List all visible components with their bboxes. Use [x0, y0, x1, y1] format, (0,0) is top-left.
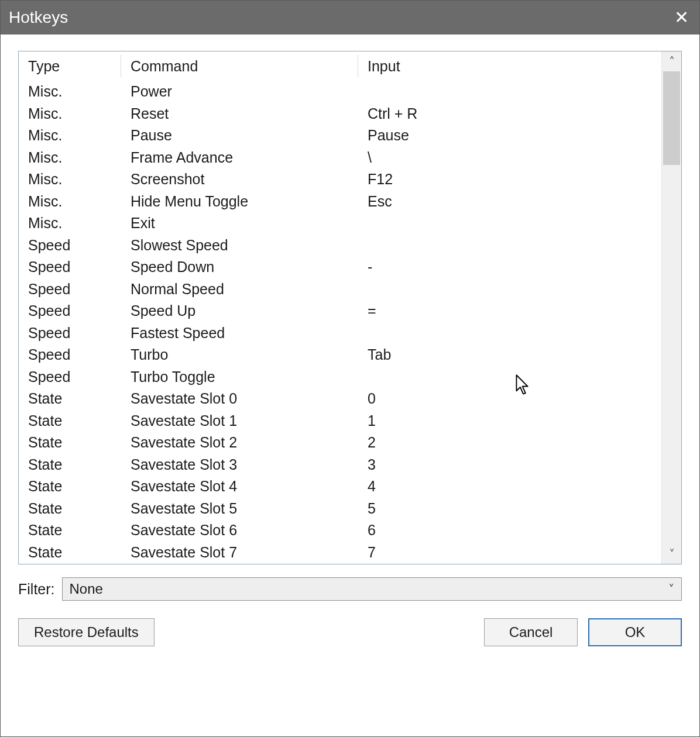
- cell-command: Frame Advance: [121, 149, 358, 166]
- cell-type: State: [19, 478, 121, 495]
- table-row[interactable]: StateSavestate Slot 00: [19, 388, 661, 410]
- col-header-command[interactable]: Command: [121, 51, 358, 81]
- table-row[interactable]: SpeedNormal Speed: [19, 278, 661, 301]
- hotkey-list: Type Command Input Misc.PowerMisc.ResetC…: [18, 51, 682, 564]
- cell-command: Speed Up: [121, 302, 358, 319]
- ok-button[interactable]: OK: [588, 618, 682, 646]
- cell-command: Power: [121, 83, 358, 100]
- cell-type: Speed: [19, 302, 121, 319]
- cell-type: State: [19, 390, 121, 407]
- table-row[interactable]: SpeedTurbo Toggle: [19, 366, 661, 388]
- cell-type: State: [19, 500, 121, 517]
- close-icon[interactable]: ✕: [674, 9, 689, 26]
- cell-type: Speed: [19, 281, 121, 298]
- cell-command: Savestate Slot 2: [121, 434, 358, 451]
- table-row[interactable]: Misc.Power: [19, 81, 661, 103]
- table-row[interactable]: StateSavestate Slot 77: [19, 542, 661, 564]
- cell-input: Pause: [358, 127, 661, 144]
- cell-input: 1: [358, 412, 661, 429]
- restore-defaults-button[interactable]: Restore Defaults: [18, 618, 155, 646]
- filter-label: Filter:: [18, 581, 55, 598]
- cell-command: Pause: [121, 127, 358, 144]
- cell-command: Turbo: [121, 346, 358, 363]
- scroll-down-arrow-icon[interactable]: ˅: [662, 544, 681, 564]
- cell-type: State: [19, 456, 121, 473]
- cell-command: Screenshot: [121, 171, 358, 188]
- window-title: Hotkeys: [9, 8, 68, 27]
- scroll-up-arrow-icon[interactable]: ˄: [662, 51, 681, 71]
- client-area: Type Command Input Misc.PowerMisc.ResetC…: [1, 35, 699, 736]
- cell-type: Misc.: [19, 127, 121, 144]
- filter-value: None: [70, 581, 103, 597]
- table-row[interactable]: Misc.PausePause: [19, 125, 661, 147]
- table-row[interactable]: Misc.Frame Advance\: [19, 147, 661, 169]
- cell-type: Speed: [19, 325, 121, 342]
- cell-command: Savestate Slot 6: [121, 522, 358, 539]
- cell-input: 3: [358, 456, 661, 473]
- cell-input: 7: [358, 544, 661, 561]
- table-row[interactable]: StateSavestate Slot 11: [19, 410, 661, 432]
- cell-input: 2: [358, 434, 661, 451]
- cell-command: Turbo Toggle: [121, 368, 358, 385]
- cell-type: Speed: [19, 259, 121, 275]
- table-row[interactable]: Misc.ResetCtrl + R: [19, 103, 661, 125]
- cell-command: Reset: [121, 105, 358, 122]
- list-content: Type Command Input Misc.PowerMisc.ResetC…: [19, 51, 661, 564]
- table-row[interactable]: StateSavestate Slot 55: [19, 498, 661, 520]
- cell-command: Savestate Slot 7: [121, 544, 358, 561]
- cell-command: Savestate Slot 0: [121, 390, 358, 407]
- table-row[interactable]: SpeedSpeed Up=: [19, 300, 661, 322]
- cell-type: Misc.: [19, 105, 121, 122]
- cell-input: \: [358, 149, 661, 166]
- cell-command: Speed Down: [121, 259, 358, 275]
- cell-command: Slowest Speed: [121, 237, 358, 254]
- table-row[interactable]: StateSavestate Slot 22: [19, 432, 661, 454]
- cell-type: Speed: [19, 368, 121, 385]
- cell-input: 5: [358, 500, 661, 517]
- button-row: Restore Defaults Cancel OK: [18, 618, 682, 646]
- cell-type: State: [19, 434, 121, 451]
- chevron-down-icon: ˅: [668, 582, 674, 596]
- cancel-button[interactable]: Cancel: [484, 618, 578, 646]
- table-row[interactable]: SpeedTurboTab: [19, 344, 661, 366]
- cell-type: Misc.: [19, 149, 121, 166]
- table-row[interactable]: Misc.Hide Menu ToggleEsc: [19, 191, 661, 213]
- filter-select[interactable]: None ˅: [62, 577, 682, 601]
- cell-type: State: [19, 544, 121, 561]
- filter-row: Filter: None ˅: [18, 577, 682, 601]
- scroll-track[interactable]: [662, 71, 681, 544]
- scroll-thumb[interactable]: [663, 71, 680, 165]
- table-row[interactable]: StateSavestate Slot 44: [19, 476, 661, 498]
- cell-type: Misc.: [19, 215, 121, 232]
- col-header-type[interactable]: Type: [19, 51, 121, 81]
- col-header-input[interactable]: Input: [358, 51, 661, 81]
- cell-input: -: [358, 259, 661, 275]
- table-row[interactable]: Misc.ScreenshotF12: [19, 168, 661, 191]
- cell-command: Savestate Slot 3: [121, 456, 358, 473]
- cell-input: 6: [358, 522, 661, 539]
- cell-command: Savestate Slot 4: [121, 478, 358, 495]
- table-row[interactable]: SpeedSlowest Speed: [19, 235, 661, 257]
- cell-command: Savestate Slot 5: [121, 500, 358, 517]
- table-row[interactable]: StateSavestate Slot 66: [19, 519, 661, 542]
- cell-input: =: [358, 302, 661, 319]
- table-row[interactable]: StateSavestate Slot 33: [19, 454, 661, 476]
- hotkeys-dialog: Hotkeys ✕ Type Command Input Misc.PowerM…: [0, 0, 700, 737]
- table-row[interactable]: SpeedSpeed Down-: [19, 256, 661, 278]
- cell-type: Speed: [19, 237, 121, 254]
- table-row[interactable]: SpeedFastest Speed: [19, 322, 661, 345]
- cell-command: Exit: [121, 215, 358, 232]
- list-rows: Misc.PowerMisc.ResetCtrl + RMisc.PausePa…: [19, 81, 661, 563]
- titlebar[interactable]: Hotkeys ✕: [1, 1, 699, 35]
- cell-type: State: [19, 412, 121, 429]
- cell-input: 4: [358, 478, 661, 495]
- cell-command: Normal Speed: [121, 281, 358, 298]
- table-row[interactable]: Misc.Exit: [19, 212, 661, 235]
- vertical-scrollbar[interactable]: ˄ ˅: [661, 51, 681, 564]
- cell-command: Fastest Speed: [121, 325, 358, 342]
- cell-type: Misc.: [19, 83, 121, 100]
- cell-type: Speed: [19, 346, 121, 363]
- cell-input: F12: [358, 171, 661, 188]
- cell-command: Hide Menu Toggle: [121, 193, 358, 210]
- cell-command: Savestate Slot 1: [121, 412, 358, 429]
